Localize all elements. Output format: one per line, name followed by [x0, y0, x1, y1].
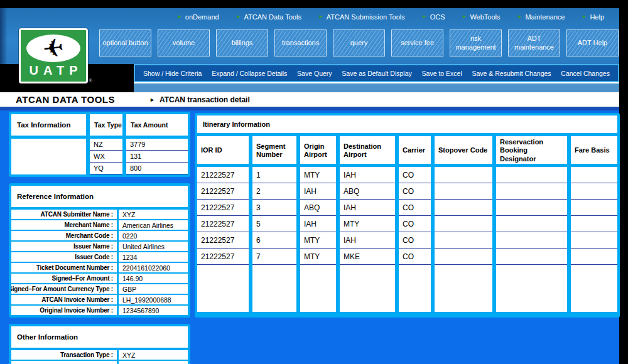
itinerary-cell: 21222527	[197, 183, 249, 200]
nav-arrow-icon: ►	[462, 14, 467, 19]
field-value: GBP	[119, 284, 188, 294]
column-body-stopover-code	[435, 167, 492, 312]
column-header-stopover-code: Stopover Code	[435, 136, 492, 164]
itinerary-cell	[496, 232, 567, 249]
breadcrumb-subtitle: ATCAN transaction detail	[160, 95, 250, 104]
other-rows: Transaction Type :XYZ	[11, 350, 188, 364]
itinerary-cell: 5	[252, 216, 296, 232]
tax-amount-cell: 3779	[126, 139, 188, 151]
tax-type-column-header: Tax Type	[90, 114, 122, 136]
header-button-volume[interactable]: volume	[158, 29, 210, 56]
tax-amount-column-header: Tax Amount	[126, 114, 188, 136]
header-button-optional-button[interactable]: optional button	[99, 29, 151, 56]
nav-item-webtools[interactable]: ►WebTools	[462, 13, 501, 21]
itinerary-table: IOR ID2122252721222527212225272122252721…	[197, 136, 617, 312]
column-body-reservaction-booking-designator	[496, 167, 567, 312]
itinerary-cell: 7	[252, 249, 296, 265]
itinerary-cell: IAH	[300, 216, 336, 232]
itinerary-cell	[435, 232, 492, 249]
nav-item-maintenance[interactable]: ►Maintenance	[517, 13, 565, 21]
nav-item-label: onDemand	[185, 13, 219, 21]
column-header-reservaction-booking-designator: Reservaction Booking Designator	[496, 136, 567, 164]
header-button-adt-help[interactable]: ADT Help	[566, 29, 619, 56]
logo-ellipse: ✈	[26, 35, 80, 62]
itinerary-cell	[571, 249, 617, 265]
toolbar-item-save-query[interactable]: Save Query	[297, 70, 332, 77]
airplane-icon: ✈	[41, 35, 65, 62]
nav-item-atcan-submission-tools[interactable]: ►ATCAN Submission Tools	[318, 13, 405, 21]
nav-item-label: Maintenance	[525, 13, 565, 21]
itinerary-cell	[571, 183, 617, 200]
itinerary-cell	[496, 183, 567, 200]
reference-rows: ATCAN Submitter Name :XYZMerchant Name :…	[11, 210, 188, 315]
page-title: ATCAN DATA TOOLS	[16, 94, 115, 105]
reference-panel-title: Reference Information	[11, 186, 188, 207]
itinerary-cell	[571, 200, 617, 216]
header-button-transactions[interactable]: transactions	[274, 29, 327, 56]
column-body-segment-number: 123567	[252, 167, 296, 312]
toolbar-item-save-as-default-display[interactable]: Save as Default Display	[342, 70, 411, 77]
itinerary-cell: CO	[399, 183, 431, 200]
nav-item-label: Help	[590, 13, 604, 21]
field-label: Ticket Document Number :	[11, 263, 117, 272]
uatp-logo[interactable]: ✈ UATP ®	[19, 28, 88, 83]
header-button-billings[interactable]: billings	[216, 29, 268, 56]
field-label: Issuer Code :	[11, 252, 117, 262]
header-band: ►onDemand►ATCAN Data Tools►ATCAN Submiss…	[0, 8, 619, 64]
itinerary-cell	[571, 216, 617, 232]
column-body-origin-airport: MTYIAHABQIAHMTYMTY	[300, 167, 336, 312]
top-nav: ►onDemand►ATCAN Data Tools►ATCAN Submiss…	[177, 13, 604, 21]
column-body-fare-basis	[571, 167, 617, 312]
tax-type-cell: NZ	[90, 139, 122, 151]
nav-item-help[interactable]: ►Help	[582, 13, 604, 21]
itinerary-cell: 2	[252, 183, 296, 200]
itinerary-cell: CO	[399, 216, 431, 232]
itinerary-cell: IAH	[340, 200, 395, 216]
toolbar-item-save-resubmit-changes[interactable]: Save & Resubmit Changes	[472, 70, 551, 77]
itinerary-cell: IAH	[300, 183, 336, 200]
field-label	[11, 361, 117, 364]
itinerary-cell: 21222527	[197, 200, 249, 216]
itinerary-cell: CO	[399, 167, 431, 183]
itinerary-cell: IAH	[340, 167, 395, 183]
itinerary-cell	[496, 167, 567, 183]
tax-panel-title: Tax Information	[11, 114, 86, 136]
nav-arrow-icon: ►	[177, 14, 182, 19]
itinerary-column-ior-id: IOR ID2122252721222527212225272122252721…	[197, 136, 249, 312]
field-value: 1234567890	[119, 306, 188, 315]
header-button-risk-management[interactable]: risk management	[450, 29, 502, 56]
itinerary-cell: MTY	[300, 232, 336, 249]
field-value: United Airlines	[119, 242, 188, 251]
field-label: Transaction Type :	[11, 350, 117, 360]
header-buttons: optional buttonvolumebillingstransaction…	[99, 29, 619, 56]
itinerary-information-panel: Itinerary Information IOR ID212225272122…	[195, 113, 620, 318]
header-button-service-fee[interactable]: service fee	[391, 29, 443, 56]
itinerary-cell: 21222527	[197, 232, 249, 249]
header-button-query[interactable]: query	[333, 29, 385, 56]
field-label: Signed–For Amount Currency Type :	[11, 284, 117, 294]
breadcrumb-bar: ATCAN DATA TOOLS ► ATCAN transaction det…	[0, 92, 619, 107]
itinerary-panel-title: Itinerary Information	[197, 115, 617, 133]
field-value: 0220	[119, 231, 188, 240]
toolbar-item-save-to-excel[interactable]: Save to Excel	[422, 70, 462, 77]
toolbar-item-show-hide-criteria[interactable]: Show / Hide Criteria	[143, 70, 202, 77]
field-value: XYZ	[119, 350, 188, 360]
field-label: Issuer Name :	[11, 242, 117, 251]
nav-item-atcan-data-tools[interactable]: ►ATCAN Data Tools	[236, 13, 301, 21]
nav-item-ocs[interactable]: ►OCS	[422, 13, 445, 21]
nav-arrow-icon: ►	[318, 14, 323, 19]
itinerary-cell	[435, 216, 492, 232]
itinerary-cell: MTY	[300, 167, 336, 183]
nav-item-ondemand[interactable]: ►onDemand	[177, 13, 219, 21]
itinerary-cell	[571, 232, 617, 249]
nav-arrow-icon: ►	[236, 14, 241, 19]
field-label: Merchant Name :	[11, 220, 117, 230]
column-header-ior-id: IOR ID	[197, 136, 249, 164]
itinerary-column-destination-airport: Destination AirportIAHABQIAHMTYIAHMKE	[340, 136, 395, 312]
toolbar-item-cancel-changes[interactable]: Cancel Changes	[561, 70, 610, 77]
header-button-adt-maintenance[interactable]: ADT maintenance	[508, 29, 560, 56]
toolbar-item-expand-collapse-details[interactable]: Expand / Collapse Details	[212, 70, 287, 77]
tax-information-panel: Tax Information Tax Type Tax Amount NZWX…	[9, 112, 190, 177]
column-header-segment-number: Segment Number	[252, 136, 296, 164]
itinerary-cell: 1	[252, 167, 296, 183]
